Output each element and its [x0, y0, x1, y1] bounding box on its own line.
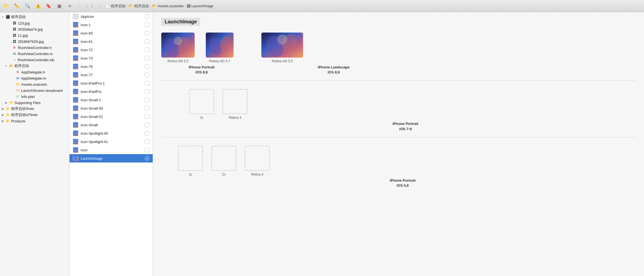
asset-item-icon61[interactable]: Icon-61: [70, 37, 153, 46]
sidebar-item-rootvc-m[interactable]: m RootViewController.m: [0, 51, 69, 57]
asset-thumb-icon-spotlight40: [73, 130, 78, 136]
bookmark-icon[interactable]: 🔖: [46, 3, 52, 9]
asset-item-icon76[interactable]: Icon-76: [70, 62, 153, 71]
asset-check-icon-ipadpro[interactable]: [145, 89, 149, 94]
slot-2x-56[interactable]: 2x: [211, 146, 236, 176]
asset-check-icon73[interactable]: [145, 56, 149, 60]
divider-1: [161, 80, 636, 81]
asset-item-icon-ipadpro[interactable]: Icon-iPadPro: [70, 87, 153, 96]
sidebar-item-assets[interactable]: 📁 Assets.xcassets: [0, 81, 69, 87]
image-slot-retina-hd-55-landscape[interactable]: Retina HD 5.5: [261, 33, 303, 63]
sidebar-item-subdir[interactable]: ▾ 📂 程序启动: [0, 63, 69, 69]
slot-label-retina-hd-47: Retina HD 4.7: [209, 59, 230, 63]
nav-forward-button[interactable]: ›: [90, 3, 94, 9]
asset-item-icon-small51[interactable]: Icon-Small-51: [70, 112, 153, 121]
nav-back-button[interactable]: ‹: [84, 3, 89, 9]
slot-label-2x-79: 2x: [200, 116, 204, 120]
asset-thumb-icon-ipadpro: [73, 89, 78, 94]
sidebar-item-root[interactable]: ▾ ⬛ 程序启动: [0, 14, 69, 20]
slot-retina4-79[interactable]: Retina 4: [222, 89, 247, 120]
asset-item-icon-spotlight40[interactable]: Icon-Spotlight-40: [70, 129, 153, 137]
disclosure-assets: [11, 83, 14, 86]
asset-item-icon-ipadpro1[interactable]: Icon-iPadPro-1: [70, 79, 153, 87]
image-slot-retina-hd-55-1[interactable]: Retina HD 5.5: [161, 33, 195, 63]
empty-box-1x-56: [178, 146, 203, 171]
m-icon: m: [12, 51, 17, 56]
asset-check-icon-small50[interactable]: [145, 106, 149, 110]
slot-1x-56[interactable]: 1x: [178, 146, 203, 176]
separator: [78, 3, 79, 9]
asset-check-icon77[interactable]: [145, 73, 149, 77]
sidebar-item-tests[interactable]: ▶ 📁 程序启动Tests: [0, 106, 69, 112]
asset-thumb-icon: [73, 147, 78, 153]
asset-check-icon-small[interactable]: [145, 123, 149, 127]
sidebar-item-2818[interactable]: 🖼 2818b67629.jpg: [0, 38, 69, 45]
sidebar-item-supporting[interactable]: ▶ 📁 Supporting Files: [0, 100, 69, 106]
sidebar-label-subdir: 程序启动: [14, 63, 69, 68]
asset-item-icon-spotlight41[interactable]: Icon-Spotlight-41: [70, 137, 153, 146]
section-iphone-portrait-56: 1x 2x Retina 4 iPhone PortraitiOS 5,6: [161, 146, 636, 188]
asset-check-icon60[interactable]: [145, 31, 149, 35]
asset-info-launchimage[interactable]: ℹ: [145, 156, 149, 161]
asset-check-icon-small51[interactable]: [145, 114, 149, 119]
file-tree: ▾ ⬛ 程序启动 🖼 123.jpg 🖼 3030afaa7e.jpg 🖼 11…: [0, 12, 70, 276]
asset-check-icon1[interactable]: [145, 23, 149, 27]
asset-item-appicon[interactable]: AppIcon: [70, 12, 153, 21]
sidebar-item-3030[interactable]: 🖼 3030afaa7e.jpg: [0, 26, 69, 32]
sidebar-item-appdelegate-h[interactable]: h AppDelegate.h: [0, 69, 69, 75]
asset-thumb-icon-small: [73, 122, 78, 128]
asset-check-icon76[interactable]: [145, 64, 149, 69]
asset-check-icon72[interactable]: [145, 48, 149, 52]
sidebar-item-rootvc-xib[interactable]: ✕ RootViewController.xib: [0, 57, 69, 63]
asset-item-icon-small[interactable]: Icon-Small: [70, 121, 153, 129]
breadcrumb-item-4[interactable]: 🖼 LaunchImage: [187, 4, 214, 8]
sidebar-item-uitests[interactable]: ▶ 📁 程序启动UITests: [0, 112, 69, 118]
sidebar-item-products[interactable]: ▶ 📁 Products: [0, 118, 69, 124]
asset-item-icon1[interactable]: Icon-1: [70, 21, 153, 29]
edit-icon[interactable]: ✏️: [14, 3, 20, 9]
file-icon: 📄: [105, 4, 110, 8]
asset-name-icon-small50: Icon-Small-50: [81, 106, 143, 110]
slot-retina4-56[interactable]: Retina 4: [245, 146, 270, 176]
sidebar-item-infoplist[interactable]: PL Info.plist: [0, 93, 69, 100]
asset-check-icon[interactable]: [145, 148, 149, 152]
slot-2x-79[interactable]: 2x: [189, 89, 214, 120]
asset-check-icon-spotlight41[interactable]: [145, 139, 149, 144]
warning-icon[interactable]: ⚠️: [35, 3, 41, 9]
breadcrumb-item-3[interactable]: 📂 Assets.xcassets: [152, 4, 184, 8]
search-icon[interactable]: 🔍: [24, 3, 31, 9]
asset-check-icon-ipadpro1[interactable]: [145, 81, 149, 85]
asset-item-icon77[interactable]: Icon-77: [70, 71, 153, 79]
disclosure-3030: [8, 28, 11, 31]
asset-item-icon73[interactable]: Icon-73: [70, 54, 153, 62]
asset-item-icon[interactable]: Icon: [70, 146, 153, 154]
toolbar: 📁 ✏️ 🔍 ⚠️ 🔖 ▦ ≡ ‹ › 📄 程序启动 › 📂 程序启动 › 📂 …: [0, 0, 644, 12]
sidebar-item-123[interactable]: 🖼 123.jpg: [0, 20, 69, 26]
sidebar-item-rootvc-h[interactable]: h RootViewController.h: [0, 45, 69, 51]
list-icon[interactable]: ≡: [67, 3, 73, 9]
asset-item-icon72[interactable]: Icon-72: [70, 46, 153, 54]
breadcrumb-item-1[interactable]: 📄 程序启动: [105, 4, 125, 9]
asset-check-icon61[interactable]: [145, 39, 149, 44]
asset-check-appicon[interactable]: [145, 14, 149, 19]
asset-check-icon-small1[interactable]: [145, 98, 149, 102]
disclosure-launchscreen: [11, 89, 14, 92]
asset-name-icon-small51: Icon-Small-51: [81, 115, 143, 119]
image-slot-retina-hd-47[interactable]: Retina HD 4.7: [206, 33, 234, 63]
asset-item-icon-small50[interactable]: Icon-Small-50: [70, 104, 153, 112]
asset-item-icon60[interactable]: Icon-60: [70, 29, 153, 37]
asset-check-icon-spotlight40[interactable]: [145, 131, 149, 135]
asset-item-launchimage[interactable]: LaunchImage ℹ: [70, 154, 153, 162]
folder-icon-tests: 📁: [6, 107, 10, 111]
folder-icon[interactable]: 📁: [3, 3, 9, 9]
sidebar-label-root: 程序启动: [11, 14, 69, 19]
sidebar-item-11[interactable]: 🖼 11.jpg: [0, 32, 69, 38]
breadcrumb-item-2[interactable]: 📂 程序启动: [129, 4, 149, 9]
grid-icon[interactable]: ▦: [56, 3, 62, 9]
img-icon-2818: 🖼: [12, 39, 17, 44]
disclosure-subdir: ▾: [4, 64, 8, 68]
sidebar-label-rootvc-m: RootViewController.m: [18, 52, 69, 56]
sidebar-item-launchscreen[interactable]: SB LaunchScreen.storyboard: [0, 87, 69, 93]
sidebar-item-appdelegate-m[interactable]: m AppDelegate.m: [0, 75, 69, 81]
asset-item-icon-small1[interactable]: Icon-Small-1: [70, 96, 153, 104]
